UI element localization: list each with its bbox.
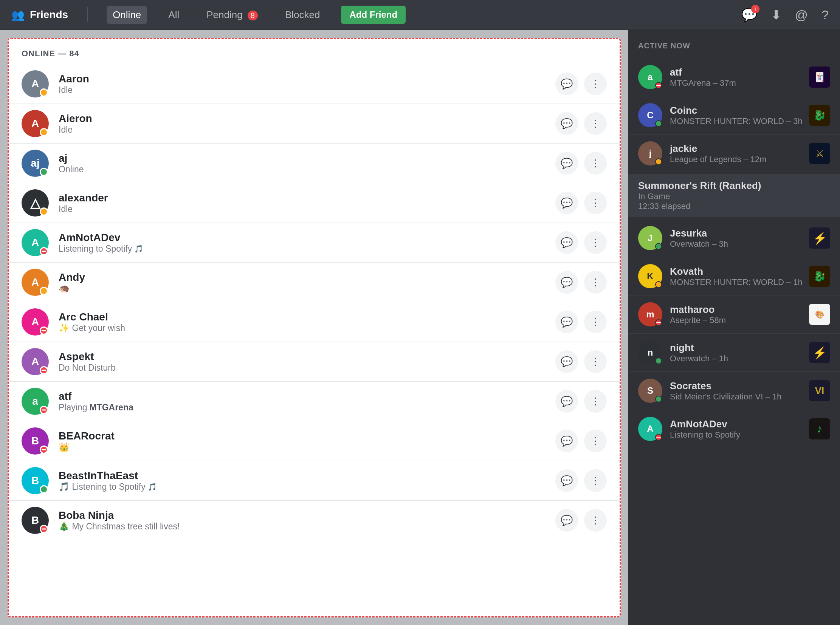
friend-info: Arc Chael ✨ Get your wish [59, 311, 555, 333]
friend-name: Boba Ninja [59, 509, 555, 521]
friend-status: Idle [59, 125, 555, 135]
friends-label-text: Friends [30, 9, 68, 21]
active-item[interactable]: a atf MTGArena – 37m 🃏 [628, 58, 840, 96]
active-item[interactable]: A AmNotADev Listening to Spotify ♪ [628, 410, 840, 448]
active-item[interactable]: J Jesurka Overwatch – 3h ⚡ [628, 219, 840, 257]
tab-pending[interactable]: Pending 8 [200, 6, 264, 24]
more-button[interactable]: ⋮ [584, 350, 607, 373]
message-button[interactable]: 💬 [555, 191, 578, 214]
friend-name: Aaron [59, 73, 555, 85]
active-info: Coinc MONSTER HUNTER: WORLD – 3h [670, 105, 809, 126]
active-game: Sid Meier's Civilization VI – 1h [670, 392, 809, 402]
message-button[interactable]: 💬 [555, 350, 578, 373]
header-left: 👥 Friends Online All Pending 8 Blocked A… [11, 6, 741, 24]
more-button[interactable]: ⋮ [584, 311, 607, 333]
active-item[interactable]: j jackie League of Legends – 12m ⚔ [628, 134, 840, 172]
message-button[interactable]: 💬 [555, 469, 578, 492]
friend-status: Playing MTGArena [59, 403, 555, 413]
list-item[interactable]: A AmNotADev Listening to Spotify 🎵 💬 ⋮ [9, 222, 620, 262]
status-dot [655, 82, 662, 89]
active-name: atf [670, 67, 809, 78]
message-button[interactable]: 💬 [555, 231, 578, 254]
friend-info: Boba Ninja 🎄 My Christmas tree still liv… [59, 509, 555, 532]
friend-actions: 💬 ⋮ [555, 311, 607, 333]
download-icon[interactable]: ⬇ [771, 7, 781, 22]
chat-icon[interactable]: 💬 + [741, 7, 757, 22]
message-button[interactable]: 💬 [555, 73, 578, 95]
friend-name: Arc Chael [59, 311, 555, 323]
list-item[interactable]: B Boba Ninja 🎄 My Christmas tree still l… [9, 500, 620, 540]
more-button[interactable]: ⋮ [584, 469, 607, 492]
status-dot [40, 366, 48, 375]
more-button[interactable]: ⋮ [584, 509, 607, 532]
list-item[interactable]: A Arc Chael ✨ Get your wish 💬 ⋮ [9, 302, 620, 342]
header: 👥 Friends Online All Pending 8 Blocked A… [0, 0, 840, 30]
list-item[interactable]: a atf Playing MTGArena 💬 ⋮ [9, 381, 620, 421]
list-item[interactable]: aj aj Online 💬 ⋮ [9, 143, 620, 183]
active-item[interactable]: K Kovath MONSTER HUNTER: WORLD – 1h 🐉 [628, 257, 840, 295]
list-item[interactable]: A Aspekt Do Not Disturb 💬 ⋮ [9, 342, 620, 381]
list-item[interactable]: A Aaron Idle 💬 ⋮ [9, 64, 620, 104]
tab-online[interactable]: Online [107, 6, 147, 24]
friend-status: 👑 [59, 442, 555, 452]
status-dot [40, 326, 48, 335]
status-dot [655, 281, 662, 288]
avatar: a [22, 388, 49, 415]
more-button[interactable]: ⋮ [584, 191, 607, 214]
avatar: a [638, 65, 662, 89]
list-item[interactable]: △ alexander Idle 💬 ⋮ [9, 183, 620, 222]
message-button[interactable]: 💬 [555, 390, 578, 413]
more-button[interactable]: ⋮ [584, 390, 607, 413]
more-button[interactable]: ⋮ [584, 271, 607, 294]
list-item[interactable]: A Andy 🦔 💬 ⋮ [9, 262, 620, 302]
at-icon[interactable]: @ [795, 8, 808, 22]
avatar: A [22, 110, 49, 137]
active-game: Overwatch – 3h [670, 239, 809, 249]
message-button[interactable]: 💬 [555, 112, 578, 135]
add-friend-button[interactable]: Add Friend [341, 6, 406, 24]
game-icon: 🃏 [809, 67, 830, 88]
more-button[interactable]: ⋮ [584, 430, 607, 452]
friend-actions: 💬 ⋮ [555, 509, 607, 532]
list-item[interactable]: A Aieron Idle 💬 ⋮ [9, 104, 620, 143]
friend-actions: 💬 ⋮ [555, 469, 607, 492]
active-item[interactable]: S Socrates Sid Meier's Civilization VI –… [628, 372, 840, 410]
friend-info: Aieron Idle [59, 113, 555, 135]
active-game: MONSTER HUNTER: WORLD – 1h [670, 277, 809, 287]
list-item[interactable]: B BeastInThaEast 🎵 Listening to Spotify … [9, 461, 620, 500]
friend-name: BeastInThaEast [59, 470, 555, 482]
friend-info: Andy 🦔 [59, 271, 555, 294]
message-button[interactable]: 💬 [555, 430, 578, 452]
tab-online-label: Online [113, 9, 141, 20]
active-name: Coinc [670, 105, 809, 117]
active-item[interactable]: n night Overwatch – 1h ⚡ [628, 333, 840, 372]
message-button[interactable]: 💬 [555, 152, 578, 174]
status-dot [40, 485, 48, 493]
message-button[interactable]: 💬 [555, 271, 578, 294]
active-name: matharoo [670, 304, 809, 316]
more-button[interactable]: ⋮ [584, 73, 607, 95]
friend-name: BEARocrat [59, 430, 555, 442]
active-info: Jesurka Overwatch – 3h [670, 227, 809, 249]
game-icon: ⚡ [809, 342, 830, 363]
active-item[interactable]: C Coinc MONSTER HUNTER: WORLD – 3h 🐉 [628, 96, 840, 134]
main-content: ONLINE — 84 A Aaron Idle 💬 ⋮ A Aier [0, 30, 840, 625]
more-button[interactable]: ⋮ [584, 152, 607, 174]
message-button[interactable]: 💬 [555, 311, 578, 333]
help-icon[interactable]: ? [821, 8, 829, 22]
active-game: MONSTER HUNTER: WORLD – 3h [670, 117, 809, 126]
active-info: atf MTGArena – 37m [670, 67, 809, 88]
tab-blocked[interactable]: Blocked [279, 6, 326, 24]
more-button[interactable]: ⋮ [584, 112, 607, 135]
tab-all[interactable]: All [162, 6, 185, 24]
active-name: Socrates [670, 380, 809, 392]
avatar: aj [22, 150, 49, 177]
active-item[interactable]: m matharoo Aseprite – 58m 🎨 [628, 295, 840, 333]
friends-icon: 👥 [11, 9, 25, 21]
friend-status: Do Not Disturb [59, 363, 555, 373]
tab-all-label: All [168, 9, 179, 20]
more-button[interactable]: ⋮ [584, 231, 607, 254]
friend-name: AmNotADev [59, 232, 555, 244]
message-button[interactable]: 💬 [555, 509, 578, 532]
list-item[interactable]: B BEARocrat 👑 💬 ⋮ [9, 421, 620, 461]
